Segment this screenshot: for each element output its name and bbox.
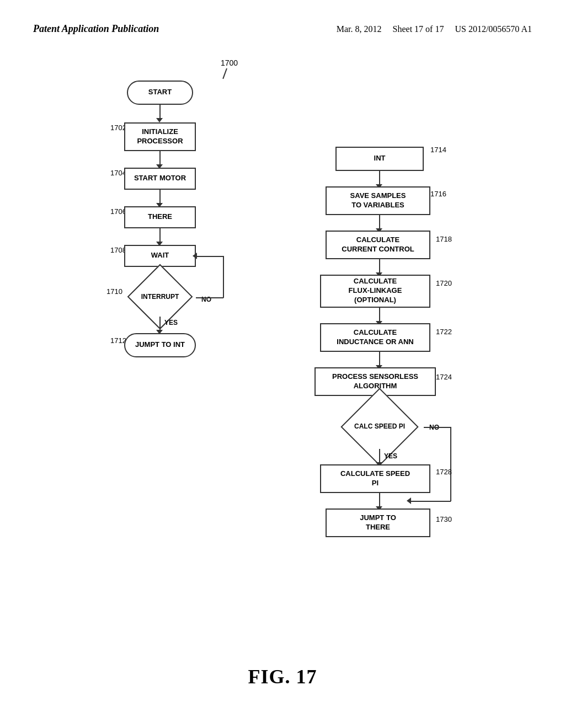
interrupt-diamond: INTERRUPT <box>124 278 196 317</box>
diagram-area: 1700 START 1702 INITIALIZE PROCESSOR 170… <box>33 47 532 654</box>
initialize-processor-box: INITIALIZE PROCESSOR <box>124 122 196 151</box>
page-header: Patent Application Publication Mar. 8, 2… <box>33 22 532 36</box>
label-1722: 1722 <box>436 328 452 336</box>
label-1710: 1710 <box>106 287 122 296</box>
pub-date: Mar. 8, 2012 <box>337 24 382 34</box>
int-box: INT <box>335 147 424 171</box>
diagram-label-1700: 1700 <box>221 58 238 67</box>
jumpt-to-int-box: JUMPT TO INT <box>124 333 196 357</box>
calc-current-control-box: CALCULATE CURRENT CONTROL <box>326 231 430 259</box>
arrowhead-no-back <box>193 253 197 259</box>
figure-label: FIG. 17 <box>33 665 532 688</box>
page: Patent Application Publication Mar. 8, 2… <box>0 0 565 728</box>
label-1714: 1714 <box>430 146 446 154</box>
label-1730: 1730 <box>436 515 452 523</box>
jumpt-to-there-box: JUMPT TO THERE <box>326 508 430 537</box>
calc-inductance-box: CALCULATE INDUCTANCE OR ANN <box>320 323 430 352</box>
sheet-info: Sheet 17 of 17 <box>393 24 444 34</box>
yes-label-calcspeed: YES <box>384 452 397 460</box>
calculate-speed-pi-box: CALCULATE SPEED PI <box>320 464 430 493</box>
save-samples-box: SAVE SAMPLES TO VARIABLES <box>326 186 430 215</box>
label-1724: 1724 <box>436 373 452 381</box>
start-motor-box: START MOTOR <box>124 168 196 190</box>
arrowhead-start-init <box>156 118 163 122</box>
publication-title: Patent Application Publication <box>33 22 159 36</box>
start-box: START <box>127 81 193 105</box>
arrow-no-v <box>223 256 224 298</box>
calc-speed-pi-diamond: CALC SPEED PI <box>335 405 424 449</box>
label-1728: 1728 <box>436 468 452 476</box>
yes-label-interrupt: YES <box>164 319 178 326</box>
label-1718: 1718 <box>436 235 452 243</box>
arrow-no2-back-h <box>410 501 451 502</box>
arrow-no-back-h <box>196 256 223 257</box>
patent-number: US 2012/0056570 A1 <box>455 24 532 34</box>
top-arrow-line <box>222 68 227 78</box>
arrowhead-no2-back <box>407 497 411 504</box>
arrow-no2-v <box>450 427 451 501</box>
label-1716: 1716 <box>430 190 446 198</box>
wait-box: WAIT <box>124 245 196 267</box>
label-1720: 1720 <box>436 279 452 287</box>
there-box: THERE <box>124 206 196 228</box>
header-info: Mar. 8, 2012 Sheet 17 of 17 US 2012/0056… <box>337 22 532 36</box>
arrow-no-h <box>196 297 223 298</box>
calc-flux-box: CALCULATE FLUX-LINKAGE (OPTIONAL) <box>320 275 430 308</box>
arrow-no2-h <box>424 427 451 428</box>
